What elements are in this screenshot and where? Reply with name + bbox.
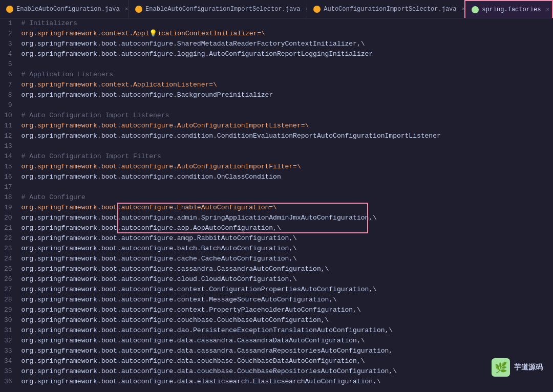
line-number: 8 — [4, 90, 12, 100]
line-number: 28 — [4, 295, 12, 305]
code-line: org.springframework.boot.autoconfigure.d… — [22, 336, 553, 346]
code-line: org.springframework.boot.autoconfigure.d… — [22, 366, 553, 377]
line-numbers: 1234567891011121314151617181920212223242… — [0, 18, 17, 392]
java-tab-icon — [135, 6, 142, 13]
code-line: org.springframework.boot.autoconfigure.c… — [22, 274, 553, 285]
code-line: org.springframework.boot.autoconfigure.c… — [22, 305, 553, 315]
line-number: 22 — [4, 233, 12, 244]
code-line — [22, 141, 553, 151]
code-line: # Auto Configuration Import Filters — [22, 151, 553, 162]
code-content: # Initializersorg.springframework.contex… — [17, 18, 553, 392]
code-line: org.springframework.boot.autoconfigure.A… — [22, 162, 553, 172]
code-line: org.springframework.boot.autoconfigure.B… — [22, 90, 553, 100]
code-line: # Application Listeners — [22, 70, 553, 80]
watermark: 🌿 芋道源码 — [492, 358, 543, 377]
line-number: 11 — [4, 121, 12, 131]
line-number: 36 — [4, 377, 12, 387]
line-number: 1 — [4, 18, 12, 29]
code-line: # Auto Configure — [22, 192, 553, 203]
line-number: 21 — [4, 223, 12, 233]
tab-label: spring.factories — [482, 6, 541, 13]
code-line: org.springframework.boot.autoconfigure.c… — [22, 295, 553, 305]
code-line: org.springframework.boot.autoconfigure.c… — [22, 315, 553, 325]
line-number: 34 — [4, 356, 12, 366]
tab-close-button[interactable]: × — [546, 7, 550, 13]
line-number: 33 — [4, 346, 12, 356]
code-line: org.springframework.context.ApplicationL… — [22, 80, 553, 90]
code-line: org.springframework.context.Appl💡ication… — [22, 29, 553, 39]
line-number: 13 — [4, 141, 12, 151]
watermark-text: 芋道源码 — [514, 363, 543, 372]
code-line: org.springframework.boot.autoconfigure.c… — [22, 264, 553, 274]
code-line: org.springframework.boot.autoconfigure.a… — [22, 223, 553, 233]
java-tab-icon — [6, 6, 13, 13]
line-number: 16 — [4, 172, 12, 182]
line-number: 10 — [4, 111, 12, 121]
line-number: 4 — [4, 49, 12, 59]
line-number: 19 — [4, 203, 12, 213]
code-line: # Auto Configuration Import Listeners — [22, 111, 553, 121]
code-line: org.springframework.boot.autoconfigure.d… — [22, 356, 553, 366]
tab-label: EnableAutoConfigurationImportSelector.ja… — [145, 6, 300, 13]
code-line: org.springframework.boot.autoconfigure.A… — [22, 121, 553, 131]
line-number: 12 — [4, 131, 12, 141]
java-tab-icon — [313, 6, 321, 13]
line-number: 7 — [4, 80, 12, 90]
line-number: 15 — [4, 162, 12, 172]
spring-tab-icon — [472, 6, 479, 13]
line-number: 25 — [4, 264, 12, 274]
line-number: 3 — [4, 39, 12, 49]
line-number: 23 — [4, 244, 12, 254]
tab-tab2[interactable]: EnableAutoConfigurationImportSelector.ja… — [129, 0, 307, 18]
watermark-icon: 🌿 — [492, 358, 510, 377]
code-line: org.springframework.boot.autoconfigure.S… — [22, 39, 553, 49]
tab-close-button[interactable]: × — [125, 6, 129, 12]
code-line — [22, 59, 553, 70]
code-line: org.springframework.boot.autoconfigure.b… — [22, 244, 553, 254]
code-line: org.springframework.boot.autoconfigure.l… — [22, 49, 553, 59]
tab-bar: EnableAutoConfiguration.java×EnableAutoC… — [0, 0, 553, 18]
line-number: 35 — [4, 366, 12, 377]
line-number: 26 — [4, 274, 12, 285]
line-number: 18 — [4, 192, 12, 203]
code-line: org.springframework.boot.autoconfigure.c… — [22, 254, 553, 264]
line-number: 14 — [4, 151, 12, 162]
tab-tab3[interactable]: AutoConfigurationImportSelector.java× — [307, 0, 464, 18]
code-line: org.springframework.boot.autoconfigure.d… — [22, 346, 553, 356]
code-line: org.springframework.boot.autoconfigure.c… — [22, 172, 553, 182]
code-line — [22, 182, 553, 192]
code-line: org.springframework.boot.autoconfigure.d… — [22, 325, 553, 336]
code-line: org.springframework.boot.autoconfigure.a… — [22, 213, 553, 223]
code-line: org.springframework.boot.autoconfigure.a… — [22, 233, 553, 244]
code-line: org.springframework.boot.autoconfigure.d… — [22, 377, 553, 387]
line-number: 27 — [4, 285, 12, 295]
tab-label: AutoConfigurationImportSelector.java — [324, 6, 456, 13]
line-number: 24 — [4, 254, 12, 264]
code-line — [22, 100, 553, 111]
line-number: 30 — [4, 315, 12, 325]
editor: 1234567891011121314151617181920212223242… — [0, 18, 553, 392]
line-number: 5 — [4, 59, 12, 70]
code-line: org.springframework.boot.autoconfigure.E… — [22, 203, 553, 213]
tab-label: EnableAutoConfiguration.java — [16, 6, 120, 13]
line-number: 31 — [4, 325, 12, 336]
line-number: 2 — [4, 29, 12, 39]
code-line: org.springframework.boot.autoconfigure.c… — [22, 131, 553, 141]
code-line: org.springframework.boot.autoconfigure.c… — [22, 285, 553, 295]
line-number: 6 — [4, 70, 12, 80]
line-number: 17 — [4, 182, 12, 192]
tab-tab1[interactable]: EnableAutoConfiguration.java× — [0, 0, 129, 18]
tab-tab4[interactable]: spring.factories× — [464, 0, 553, 18]
line-number: 29 — [4, 305, 12, 315]
code-line: # Initializers — [22, 18, 553, 29]
line-number: 9 — [4, 100, 12, 111]
line-number: 32 — [4, 336, 12, 346]
line-number: 20 — [4, 213, 12, 223]
